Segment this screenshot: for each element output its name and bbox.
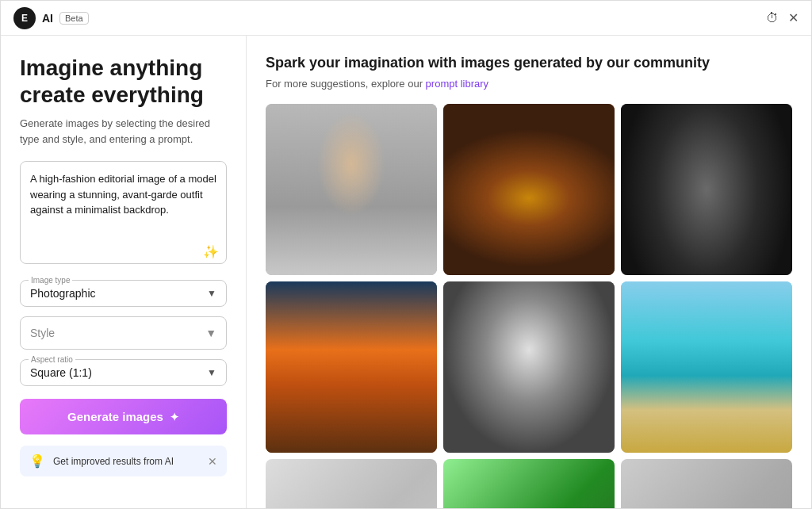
aspect-ratio-dropdown[interactable]: Aspect ratio Square (1:1) ▼ bbox=[20, 359, 227, 386]
style-arrow-icon: ▼ bbox=[205, 327, 216, 339]
prompt-library-link[interactable]: prompt library bbox=[426, 78, 488, 90]
community-title: Spark your imagination with images gener… bbox=[266, 55, 792, 71]
aspect-ratio-label: Aspect ratio bbox=[29, 355, 75, 364]
grid-item-placeholder3[interactable] bbox=[621, 459, 792, 508]
page-subheadline: Generate images by selecting the desired… bbox=[20, 116, 227, 147]
grid-item-mountains[interactable] bbox=[266, 281, 437, 453]
grid-item-burger[interactable] bbox=[443, 104, 615, 275]
close-icon[interactable]: ✕ bbox=[788, 10, 799, 25]
magic-icon[interactable]: ✨ bbox=[203, 244, 219, 259]
prompt-input[interactable] bbox=[20, 161, 227, 264]
grid-item-placeholder1[interactable] bbox=[266, 459, 437, 508]
dropdown-group: Image type Photographic ▼ Style ▼ Aspect… bbox=[20, 280, 227, 386]
tip-text: Get improved results from AI bbox=[53, 456, 200, 467]
style-dropdown[interactable]: Style ▼ bbox=[20, 316, 227, 350]
aspect-ratio-value[interactable]: Square (1:1) ▼ bbox=[30, 366, 216, 379]
grid-item-woman-fashion[interactable] bbox=[266, 104, 437, 275]
tip-bar: 💡 Get improved results from AI ✕ bbox=[20, 446, 227, 476]
prompt-library-line: For more suggestions, explore our prompt… bbox=[266, 78, 792, 90]
app-logo: E bbox=[13, 7, 36, 29]
main-layout: Imagine anythingcreate everything Genera… bbox=[1, 36, 811, 508]
left-panel: Imagine anythingcreate everything Genera… bbox=[1, 36, 247, 508]
image-type-label: Image type bbox=[29, 276, 72, 285]
title-bar: E AI Beta ⏱ ✕ bbox=[1, 1, 811, 36]
grid-item-boxer[interactable] bbox=[621, 104, 792, 275]
app-name: AI bbox=[42, 12, 53, 25]
tip-close-icon[interactable]: ✕ bbox=[208, 455, 217, 468]
beta-badge: Beta bbox=[59, 12, 89, 25]
generate-images-button[interactable]: Generate images ✦ bbox=[20, 399, 227, 434]
image-type-dropdown[interactable]: Image type Photographic ▼ bbox=[20, 280, 227, 307]
prompt-wrapper: ✨ bbox=[20, 161, 227, 267]
grid-item-placeholder2[interactable] bbox=[443, 459, 615, 508]
generate-sparkle-icon: ✦ bbox=[170, 411, 179, 423]
page-headline: Imagine anythingcreate everything bbox=[20, 55, 227, 108]
community-image-grid bbox=[266, 104, 792, 508]
image-type-arrow-icon: ▼ bbox=[207, 288, 216, 299]
grid-item-beach[interactable] bbox=[621, 281, 792, 453]
right-panel: Spark your imagination with images gener… bbox=[247, 36, 811, 508]
generate-button-label: Generate images bbox=[67, 410, 163, 423]
grid-item-bw-woman[interactable] bbox=[443, 281, 615, 453]
image-type-value[interactable]: Photographic ▼ bbox=[30, 287, 216, 300]
title-bar-right: ⏱ ✕ bbox=[766, 10, 799, 25]
history-icon[interactable]: ⏱ bbox=[766, 11, 779, 25]
aspect-ratio-arrow-icon: ▼ bbox=[207, 367, 216, 378]
title-bar-left: E AI Beta bbox=[13, 7, 89, 29]
lightbulb-icon: 💡 bbox=[29, 454, 45, 469]
